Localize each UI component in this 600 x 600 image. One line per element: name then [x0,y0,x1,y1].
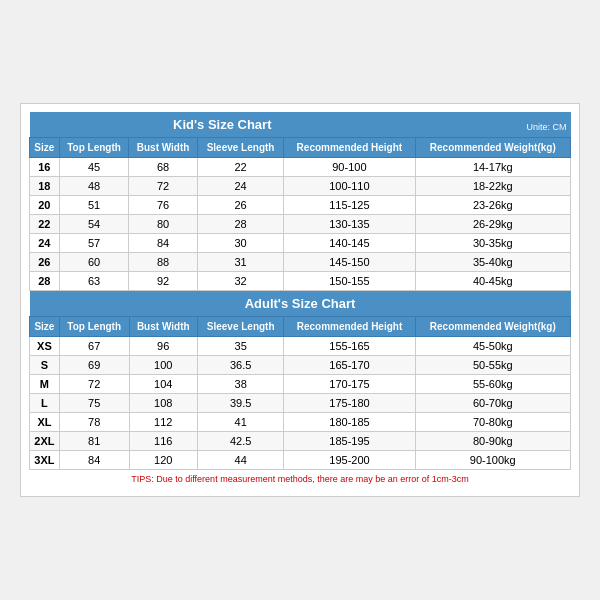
adults-table-row: XL7811241180-18570-80kg [30,413,571,432]
adults-header-4: Recommended Height [284,317,415,337]
kids-col-header: Size Top Length Bust Width Sleeve Length… [30,138,571,158]
adults-table-row: 2XL8111642.5185-19580-90kg [30,432,571,451]
kids-header-4: Recommended Height [284,138,415,158]
kids-header-5: Recommended Weight(kg) [415,138,570,158]
adults-section-header: Adult's Size Chart [30,291,571,317]
kids-header-3: Sleeve Length [197,138,283,158]
adults-col-header: Size Top Length Bust Width Sleeve Length… [30,317,571,337]
tips-row: TIPS: Due to different measurement metho… [30,470,571,489]
adults-header-2: Bust Width [129,317,197,337]
chart-container: Kid's Size Chart Unite: CM Size Top Leng… [20,103,580,497]
adults-table-row: L7510839.5175-18060-70kg [30,394,571,413]
tips-text: TIPS: Due to different measurement metho… [30,470,571,489]
kids-table-row: 1645682290-10014-17kg [30,158,571,177]
kids-unit: Unite: CM [415,112,570,138]
adults-header-3: Sleeve Length [197,317,283,337]
kids-section-header: Kid's Size Chart Unite: CM [30,112,571,138]
adults-title: Adult's Size Chart [30,291,571,317]
kids-header-1: Top Length [59,138,129,158]
kids-table-row: 28639232150-15540-45kg [30,272,571,291]
kids-table-row: 20517626115-12523-26kg [30,196,571,215]
adults-header-5: Recommended Weight(kg) [415,317,570,337]
adults-header-0: Size [30,317,60,337]
kids-title: Kid's Size Chart [30,112,416,138]
kids-table-row: 24578430140-14530-35kg [30,234,571,253]
kids-size-table: Kid's Size Chart Unite: CM Size Top Leng… [29,112,571,291]
adults-table-row: XS679635155-16545-50kg [30,337,571,356]
kids-table-row: 22548028130-13526-29kg [30,215,571,234]
kids-header-2: Bust Width [129,138,197,158]
adults-table-row: S6910036.5165-17050-55kg [30,356,571,375]
kids-table-row: 26608831145-15035-40kg [30,253,571,272]
adults-table-row: M7210438170-17555-60kg [30,375,571,394]
adults-size-table: Adult's Size Chart Size Top Length Bust … [29,291,571,488]
kids-table-row: 18487224100-11018-22kg [30,177,571,196]
adults-table-row: 3XL8412044195-20090-100kg [30,451,571,470]
kids-header-0: Size [30,138,60,158]
adults-header-1: Top Length [59,317,129,337]
